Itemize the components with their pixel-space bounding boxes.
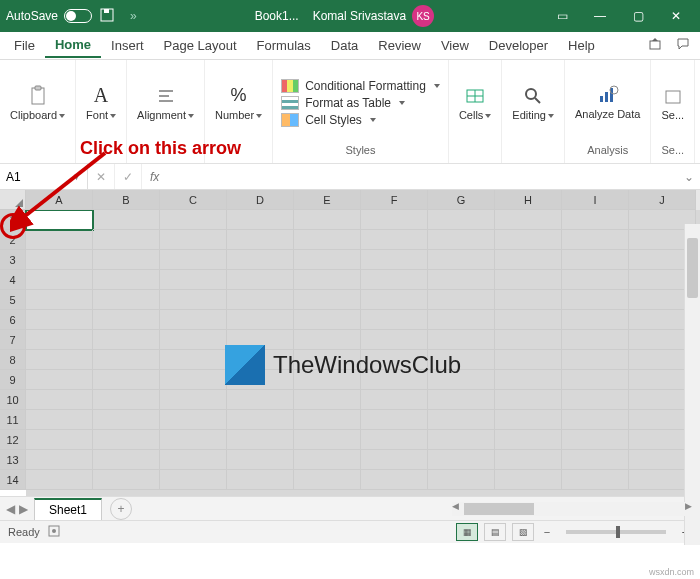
cell[interactable] bbox=[227, 230, 294, 250]
cell[interactable] bbox=[93, 290, 160, 310]
row-header-13[interactable]: 13 bbox=[0, 450, 26, 470]
cell[interactable] bbox=[227, 250, 294, 270]
name-box-dropdown-icon[interactable]: ▼ bbox=[72, 172, 81, 182]
menu-file[interactable]: File bbox=[4, 34, 45, 57]
cell[interactable] bbox=[361, 450, 428, 470]
row-header-7[interactable]: 7 bbox=[0, 330, 26, 350]
formula-input[interactable] bbox=[167, 164, 678, 189]
number-button[interactable]: % Number bbox=[209, 83, 268, 123]
menu-developer[interactable]: Developer bbox=[479, 34, 558, 57]
col-header-c[interactable]: C bbox=[160, 190, 227, 210]
cell[interactable] bbox=[26, 350, 93, 370]
horizontal-scrollbar[interactable] bbox=[452, 502, 692, 516]
cell[interactable] bbox=[93, 430, 160, 450]
col-header-j[interactable]: J bbox=[629, 190, 696, 210]
cell[interactable] bbox=[294, 270, 361, 290]
col-header-b[interactable]: B bbox=[93, 190, 160, 210]
cell[interactable] bbox=[361, 210, 428, 230]
cell[interactable] bbox=[160, 430, 227, 450]
cell[interactable] bbox=[93, 470, 160, 490]
cell[interactable] bbox=[294, 390, 361, 410]
cell[interactable] bbox=[93, 390, 160, 410]
user-badge[interactable]: Komal Srivastava KS bbox=[313, 5, 434, 27]
cell[interactable] bbox=[361, 390, 428, 410]
cell[interactable] bbox=[160, 230, 227, 250]
col-header-f[interactable]: F bbox=[361, 190, 428, 210]
ribbon-display-icon[interactable]: ▭ bbox=[544, 2, 580, 30]
cell[interactable] bbox=[227, 330, 294, 350]
cell[interactable] bbox=[495, 390, 562, 410]
row-header-1[interactable]: 1 bbox=[0, 210, 26, 230]
cell[interactable] bbox=[93, 370, 160, 390]
cell[interactable] bbox=[294, 350, 361, 370]
cell[interactable] bbox=[227, 450, 294, 470]
cell[interactable] bbox=[562, 390, 629, 410]
row-header-10[interactable]: 10 bbox=[0, 390, 26, 410]
cell[interactable] bbox=[294, 310, 361, 330]
cell[interactable] bbox=[562, 410, 629, 430]
col-header-e[interactable]: E bbox=[294, 190, 361, 210]
cell[interactable] bbox=[294, 210, 361, 230]
cell[interactable] bbox=[428, 410, 495, 430]
sheet-nav-prev-icon[interactable]: ◀ bbox=[6, 502, 15, 516]
cell[interactable] bbox=[26, 450, 93, 470]
cell[interactable] bbox=[26, 330, 93, 350]
qat-more-icon[interactable]: » bbox=[130, 9, 137, 23]
cell[interactable] bbox=[227, 350, 294, 370]
cell[interactable] bbox=[160, 370, 227, 390]
cell[interactable] bbox=[562, 230, 629, 250]
cell[interactable] bbox=[227, 270, 294, 290]
vertical-scrollbar-thumb[interactable] bbox=[687, 238, 698, 298]
fx-enter-icon[interactable]: ✓ bbox=[115, 164, 142, 189]
share-button[interactable] bbox=[640, 33, 670, 58]
fx-cancel-icon[interactable]: ✕ bbox=[88, 164, 115, 189]
cell[interactable] bbox=[428, 330, 495, 350]
cell[interactable] bbox=[160, 410, 227, 430]
cell[interactable] bbox=[495, 310, 562, 330]
cell[interactable] bbox=[26, 430, 93, 450]
cell[interactable] bbox=[227, 410, 294, 430]
cell[interactable] bbox=[227, 370, 294, 390]
cell[interactable] bbox=[294, 330, 361, 350]
cell[interactable] bbox=[495, 430, 562, 450]
filename[interactable]: Book1... bbox=[255, 9, 299, 23]
cell[interactable] bbox=[160, 210, 227, 230]
row-header-8[interactable]: 8 bbox=[0, 350, 26, 370]
cell[interactable] bbox=[495, 210, 562, 230]
cell[interactable] bbox=[361, 270, 428, 290]
cell[interactable] bbox=[428, 430, 495, 450]
cell[interactable] bbox=[562, 310, 629, 330]
cell[interactable] bbox=[495, 450, 562, 470]
view-normal-button[interactable]: ▦ bbox=[456, 523, 478, 541]
select-all-button[interactable] bbox=[0, 190, 26, 210]
cell[interactable] bbox=[93, 410, 160, 430]
row-header-3[interactable]: 3 bbox=[0, 250, 26, 270]
col-header-h[interactable]: H bbox=[495, 190, 562, 210]
cell[interactable] bbox=[294, 290, 361, 310]
col-header-i[interactable]: I bbox=[562, 190, 629, 210]
qat-save-icon[interactable] bbox=[100, 8, 114, 25]
col-header-g[interactable]: G bbox=[428, 190, 495, 210]
cell[interactable] bbox=[562, 290, 629, 310]
cell[interactable] bbox=[26, 370, 93, 390]
cell[interactable] bbox=[562, 270, 629, 290]
name-box[interactable]: A1 ▼ bbox=[0, 164, 88, 189]
cell[interactable] bbox=[495, 330, 562, 350]
alignment-button[interactable]: Alignment bbox=[131, 83, 200, 123]
cell[interactable] bbox=[26, 250, 93, 270]
cell[interactable] bbox=[562, 350, 629, 370]
cell[interactable] bbox=[160, 450, 227, 470]
cell[interactable] bbox=[495, 270, 562, 290]
cell[interactable] bbox=[428, 370, 495, 390]
cell[interactable] bbox=[227, 290, 294, 310]
menu-help[interactable]: Help bbox=[558, 34, 605, 57]
cell[interactable] bbox=[562, 470, 629, 490]
cell[interactable] bbox=[26, 310, 93, 330]
cell[interactable] bbox=[294, 370, 361, 390]
cell[interactable] bbox=[26, 390, 93, 410]
cell[interactable] bbox=[160, 250, 227, 270]
formula-expand-icon[interactable]: ⌄ bbox=[678, 170, 700, 184]
cell[interactable] bbox=[93, 310, 160, 330]
cell[interactable] bbox=[160, 470, 227, 490]
cell[interactable] bbox=[562, 210, 629, 230]
